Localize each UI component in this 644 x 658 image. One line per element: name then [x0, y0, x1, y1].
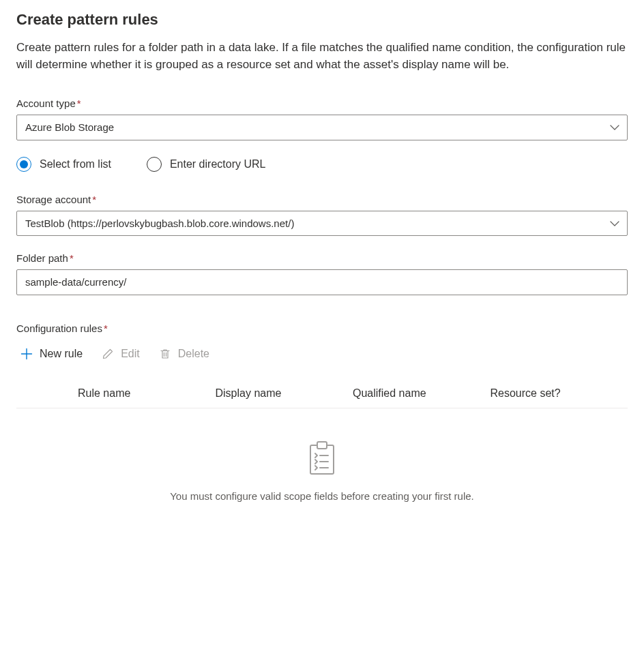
rules-table-header: Rule name Display name Qualified name Re… [16, 382, 628, 408]
required-indicator: * [104, 323, 108, 334]
empty-state-message: You must configure valid scope fields be… [16, 490, 628, 502]
page-title: Create pattern rules [16, 11, 628, 29]
radio-label: Select from list [40, 158, 111, 170]
storage-account-select[interactable]: TestBlob (https://perlovskybugbash.blob.… [16, 211, 628, 237]
delete-button: Delete [158, 345, 211, 363]
page-description: Create pattern rules for a folder path i… [16, 40, 628, 73]
radio-label: Enter directory URL [170, 158, 266, 170]
rules-toolbar: New rule Edit Delete [19, 345, 628, 363]
source-mode-radio-group: Select from list Enter directory URL [16, 157, 628, 172]
plus-icon [20, 348, 33, 360]
radio-icon [147, 157, 162, 172]
new-rule-button[interactable]: New rule [19, 345, 84, 363]
folder-path-label: Folder path* [16, 252, 628, 264]
column-header-qualified-name: Qualified name [353, 387, 491, 400]
edit-button: Edit [100, 345, 141, 363]
clipboard-icon [16, 441, 628, 477]
column-header-resource-set: Resource set? [491, 387, 628, 400]
svg-rect-0 [310, 445, 334, 474]
account-type-select[interactable]: Azure Blob Storage [16, 115, 628, 140]
radio-select-from-list[interactable]: Select from list [16, 157, 111, 172]
storage-account-label: Storage account* [16, 194, 628, 205]
pencil-icon [102, 348, 114, 360]
radio-icon [16, 157, 31, 172]
empty-state: You must configure valid scope fields be… [16, 441, 628, 502]
trash-icon [159, 348, 171, 360]
radio-enter-directory-url[interactable]: Enter directory URL [147, 157, 266, 172]
account-type-label: Account type* [16, 98, 628, 109]
svg-rect-1 [317, 442, 327, 449]
required-indicator: * [92, 194, 96, 205]
required-indicator: * [77, 98, 81, 109]
configuration-rules-label: Configuration rules* [16, 323, 628, 334]
folder-path-input[interactable] [16, 269, 628, 295]
required-indicator: * [70, 252, 74, 264]
column-header-rule-name: Rule name [78, 387, 216, 400]
column-header-display-name: Display name [216, 387, 353, 400]
